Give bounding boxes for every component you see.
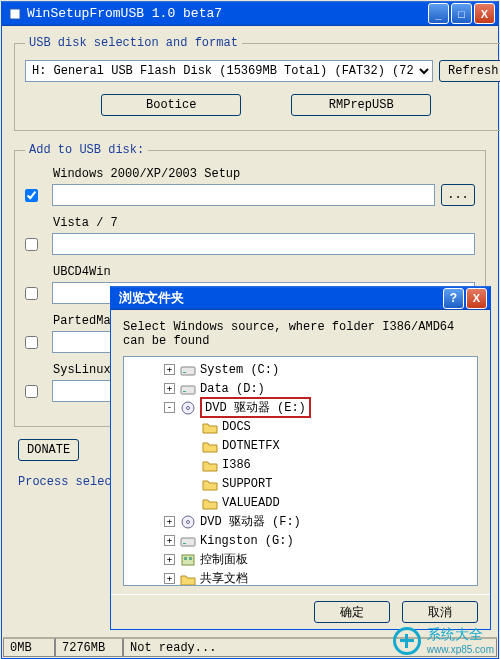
checkbox-ubcd[interactable] — [25, 287, 38, 300]
svg-point-8 — [187, 520, 190, 523]
window-title: WinSetupFromUSB 1.0 beta7 — [27, 6, 428, 21]
titlebar: WinSetupFromUSB 1.0 beta7 _ □ X — [2, 1, 498, 26]
tree-node-label: DOCS — [222, 420, 251, 434]
tree-node[interactable]: +共享文档 — [126, 569, 475, 586]
tree-node-label: System (C:) — [200, 363, 279, 377]
tree-node[interactable]: +DVD 驱动器 (F:) — [126, 512, 475, 531]
expand-icon[interactable]: + — [164, 364, 175, 375]
folder-tree[interactable]: +System (C:)+Data (D:)-DVD 驱动器 (E:) DOCS… — [123, 356, 478, 586]
tree-node-label: 共享文档 — [200, 570, 248, 586]
checkbox-vista[interactable] — [25, 238, 38, 251]
drive-icon — [180, 363, 196, 377]
tree-node[interactable]: +System (C:) — [126, 360, 475, 379]
tree-node-label: I386 — [222, 458, 251, 472]
folder-icon — [202, 477, 218, 491]
tree-node[interactable]: VALUEADD — [126, 493, 475, 512]
checkbox-syslinux[interactable] — [25, 385, 38, 398]
tree-spacer — [186, 478, 197, 489]
tree-node[interactable]: DOTNETFX — [126, 436, 475, 455]
tree-node[interactable]: SUPPORT — [126, 474, 475, 493]
folder-icon — [202, 496, 218, 510]
tree-node-label: SUPPORT — [222, 477, 272, 491]
dialog-ok-button[interactable]: 确定 — [314, 601, 390, 623]
panel-icon — [180, 553, 196, 567]
refresh-button[interactable]: Refresh — [439, 60, 500, 82]
checkbox-parted[interactable] — [25, 336, 38, 349]
dialog-title: 浏览文件夹 — [119, 289, 443, 307]
folder-icon — [202, 458, 218, 472]
tree-node[interactable]: -DVD 驱动器 (E:) — [126, 398, 475, 417]
usb-selection-group: USB disk selection and format H: General… — [14, 36, 500, 131]
svg-rect-12 — [184, 557, 187, 560]
expand-icon[interactable]: + — [164, 535, 175, 546]
tree-spacer — [186, 421, 197, 432]
svg-rect-3 — [181, 386, 195, 394]
svg-rect-13 — [189, 557, 192, 560]
bootice-button[interactable]: Bootice — [101, 94, 241, 116]
folder-icon — [202, 439, 218, 453]
tree-spacer — [186, 440, 197, 451]
row-vista: Vista / 7 — [25, 216, 475, 255]
tree-selected-highlight: DVD 驱动器 (E:) — [200, 397, 311, 418]
watermark: 系统大全 www.xp85.com — [393, 626, 494, 655]
watermark-url: www.xp85.com — [427, 644, 494, 655]
tree-node[interactable]: I386 — [126, 455, 475, 474]
tree-node-label: DOTNETFX — [222, 439, 280, 453]
donate-button[interactable]: DONATE — [18, 439, 79, 461]
usb-selection-legend: USB disk selection and format — [25, 36, 242, 50]
add-legend: Add to USB disk: — [25, 143, 148, 157]
tree-node[interactable]: DOCS — [126, 417, 475, 436]
status-used: 0MB — [3, 638, 55, 657]
label-ubcd: UBCD4Win — [53, 265, 475, 279]
dialog-titlebar: 浏览文件夹 ? X — [111, 286, 490, 310]
drive-icon — [180, 382, 196, 396]
tree-node[interactable]: +Data (D:) — [126, 379, 475, 398]
tree-node-label: DVD 驱动器 (E:) — [205, 401, 306, 415]
label-vista: Vista / 7 — [53, 216, 475, 230]
tree-spacer — [186, 459, 197, 470]
status-free: 7276MB — [55, 638, 123, 657]
tree-node[interactable]: +控制面板 — [126, 550, 475, 569]
browse-folder-dialog: 浏览文件夹 ? X Select Windows source, where f… — [110, 286, 491, 630]
tree-node-label: 控制面板 — [200, 551, 248, 568]
expand-icon[interactable]: + — [164, 383, 175, 394]
rmprepusb-button[interactable]: RMPrepUSB — [291, 94, 431, 116]
watermark-title: 系统大全 — [427, 626, 494, 644]
path-vista[interactable] — [52, 233, 475, 255]
dialog-cancel-button[interactable]: 取消 — [402, 601, 478, 623]
checkbox-win2k[interactable] — [25, 189, 38, 202]
svg-rect-2 — [183, 372, 186, 373]
folder-icon — [180, 572, 196, 586]
svg-rect-9 — [181, 538, 195, 546]
cd-icon — [180, 515, 196, 529]
app-icon — [8, 7, 22, 21]
expand-icon[interactable]: + — [164, 554, 175, 565]
collapse-icon[interactable]: - — [164, 402, 175, 413]
tree-node-label: VALUEADD — [222, 496, 280, 510]
minimize-button[interactable]: _ — [428, 3, 449, 24]
maximize-button[interactable]: □ — [451, 3, 472, 24]
expand-icon[interactable]: + — [164, 573, 175, 584]
tree-node-label: Data (D:) — [200, 382, 265, 396]
folder-icon — [202, 420, 218, 434]
tree-spacer — [186, 497, 197, 508]
tree-node-label: DVD 驱动器 (F:) — [200, 513, 301, 530]
dialog-help-button[interactable]: ? — [443, 288, 464, 309]
browse-win2k-button[interactable]: ... — [441, 184, 475, 206]
tree-node-label: Kingston (G:) — [200, 534, 294, 548]
close-button[interactable]: X — [474, 3, 495, 24]
dialog-close-button[interactable]: X — [466, 288, 487, 309]
svg-rect-10 — [183, 543, 186, 544]
expand-icon[interactable]: + — [164, 516, 175, 527]
usb-disk-dropdown[interactable]: H: General USB Flash Disk (15369MB Total… — [25, 60, 433, 82]
row-win2k: Windows 2000/XP/2003 Setup ... — [25, 167, 475, 206]
svg-rect-11 — [182, 555, 194, 565]
dialog-instruction: Select Windows source, where folder I386… — [123, 320, 478, 348]
path-win2k[interactable] — [52, 184, 435, 206]
label-win2k: Windows 2000/XP/2003 Setup — [53, 167, 475, 181]
tree-node[interactable]: +Kingston (G:) — [126, 531, 475, 550]
drive-icon — [180, 534, 196, 548]
svg-rect-0 — [10, 9, 20, 19]
cd-icon — [180, 401, 196, 415]
svg-rect-4 — [183, 391, 186, 392]
